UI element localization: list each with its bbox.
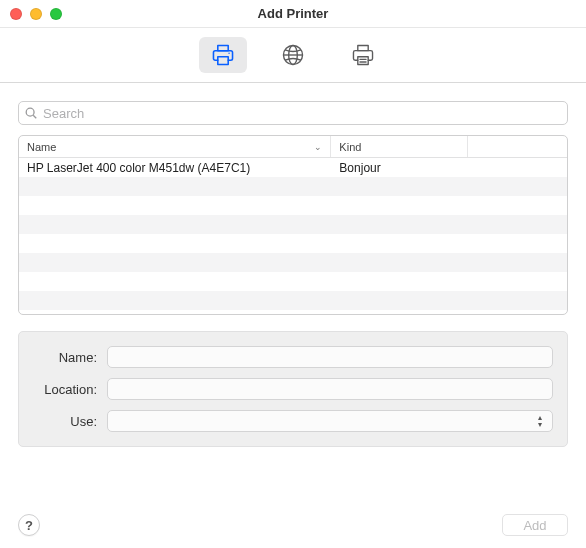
table-row [19,234,567,253]
add-button[interactable]: Add [502,514,568,536]
table-row [19,215,567,234]
tab-default-printer[interactable] [199,37,247,73]
sort-indicator-icon: ⌄ [314,142,322,152]
help-button[interactable]: ? [18,514,40,536]
tab-ip-printer[interactable] [269,37,317,73]
table-row [19,272,567,291]
column-header-kind-label: Kind [339,141,361,153]
use-select[interactable]: ▴▾ [107,410,553,432]
cell-kind: Bonjour [331,161,468,175]
printer-icon [210,42,236,68]
table-row [19,196,567,215]
name-field[interactable] [107,346,553,368]
content-area: Name ⌄ Kind HP LaserJet 400 color M451dw… [0,83,586,548]
svg-rect-1 [218,57,228,65]
cell-name: HP LaserJet 400 color M451dw (A4E7C1) [19,161,331,175]
footer: ? Add [18,496,568,536]
table-body[interactable]: HP LaserJet 400 color M451dw (A4E7C1)Bon… [19,158,567,314]
use-label: Use: [29,414,107,429]
column-header-spacer [468,136,567,157]
table-row [19,291,567,310]
svg-rect-6 [358,45,368,50]
search-input[interactable] [18,101,568,125]
window-title: Add Printer [0,6,586,21]
table-row[interactable]: HP LaserJet 400 color M451dw (A4E7C1)Bon… [19,158,567,177]
column-header-name[interactable]: Name ⌄ [19,136,331,157]
toolbar [0,28,586,83]
location-label: Location: [29,382,107,397]
name-label: Name: [29,350,107,365]
printer-table: Name ⌄ Kind HP LaserJet 400 color M451dw… [18,135,568,315]
search-field-wrap [18,101,568,125]
location-field[interactable] [107,378,553,400]
svg-point-2 [228,53,229,54]
table-row [19,177,567,196]
svg-rect-7 [358,57,368,65]
tab-windows-printer[interactable] [339,37,387,73]
advanced-printer-icon [350,42,376,68]
globe-icon [280,42,306,68]
add-button-label: Add [523,518,546,533]
table-header: Name ⌄ Kind [19,136,567,158]
column-header-name-label: Name [27,141,56,153]
table-row [19,253,567,272]
help-button-label: ? [25,518,33,533]
column-header-kind[interactable]: Kind [331,136,468,157]
title-bar: Add Printer [0,0,586,28]
details-panel: Name: Location: Use: ▴▾ [18,331,568,447]
select-arrows-icon: ▴▾ [532,412,548,430]
